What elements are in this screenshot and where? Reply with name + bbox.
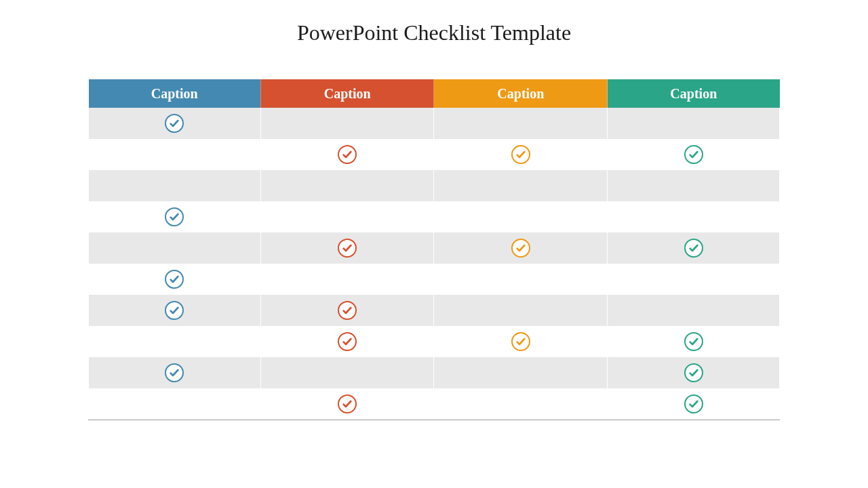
- table-cell: [89, 357, 261, 388]
- table-cell: [260, 170, 434, 201]
- table-cell: [608, 264, 780, 295]
- table-cell: [608, 357, 780, 388]
- check-icon: [511, 145, 530, 164]
- check-icon: [511, 332, 530, 351]
- table-cell: [434, 264, 608, 295]
- check-icon: [165, 270, 184, 289]
- table-cell: [260, 326, 434, 357]
- check-icon: [684, 332, 703, 351]
- check-icon: [684, 145, 703, 164]
- table-cell: [89, 139, 261, 170]
- table-cell: [260, 108, 434, 139]
- table-row: [89, 139, 780, 170]
- check-icon: [165, 114, 184, 133]
- check-icon: [338, 145, 357, 164]
- check-icon: [684, 363, 703, 382]
- table-cell: [260, 139, 434, 170]
- table-cell: [89, 232, 261, 264]
- check-icon: [165, 301, 184, 320]
- page-title: PowerPoint Checklist Template: [0, 20, 868, 45]
- table-cell: [434, 388, 608, 420]
- table-cell: [89, 326, 261, 357]
- check-icon: [511, 239, 530, 258]
- table-cell: [89, 170, 261, 201]
- table-row: [89, 264, 780, 295]
- table-cell: [608, 295, 780, 326]
- check-icon: [165, 207, 184, 226]
- table-row: [89, 388, 780, 420]
- table-cell: [434, 357, 608, 388]
- table-cell: [608, 388, 780, 420]
- table-row: [89, 232, 780, 264]
- table-cell: [608, 139, 780, 170]
- table-cell: [608, 232, 780, 264]
- table-cell: [434, 170, 608, 201]
- slide: PowerPoint Checklist Template Caption Ca…: [0, 0, 868, 488]
- table-cell: [89, 388, 261, 420]
- table-cell: [608, 170, 780, 201]
- header-row: Caption Caption Caption Caption: [89, 79, 780, 108]
- header-col-2: Caption: [434, 79, 608, 108]
- check-icon: [165, 363, 184, 382]
- table-cell: [89, 295, 261, 326]
- checklist-table: Caption Caption Caption Caption: [88, 79, 780, 420]
- check-icon: [338, 301, 357, 320]
- table-cell: [260, 357, 434, 388]
- table-body: [89, 108, 780, 420]
- check-icon: [338, 239, 357, 258]
- table-cell: [434, 326, 608, 357]
- check-icon: [338, 394, 357, 413]
- table-row: [89, 170, 780, 201]
- table-row: [89, 357, 780, 388]
- table-cell: [434, 139, 608, 170]
- header-col-1: Caption: [260, 79, 434, 108]
- header-col-0: Caption: [89, 79, 261, 108]
- table-cell: [260, 264, 434, 295]
- table-cell: [260, 201, 434, 232]
- table-cell: [89, 201, 261, 232]
- check-icon: [338, 332, 357, 351]
- table-cell: [434, 108, 608, 139]
- checklist-table-wrap: Caption Caption Caption Caption: [88, 79, 780, 420]
- table-cell: [260, 232, 434, 264]
- header-col-3: Caption: [608, 79, 780, 108]
- check-icon: [684, 394, 703, 413]
- table-cell: [434, 232, 608, 264]
- table-cell: [260, 295, 434, 326]
- table-row: [89, 108, 780, 139]
- table-cell: [89, 264, 261, 295]
- table-cell: [608, 108, 780, 139]
- table-row: [89, 201, 780, 232]
- table-cell: [89, 108, 261, 139]
- table-cell: [608, 326, 780, 357]
- table-cell: [608, 201, 780, 232]
- table-cell: [434, 201, 608, 232]
- table-row: [89, 326, 780, 357]
- table-cell: [434, 295, 608, 326]
- table-cell: [260, 388, 434, 420]
- table-row: [89, 295, 780, 326]
- check-icon: [684, 239, 703, 258]
